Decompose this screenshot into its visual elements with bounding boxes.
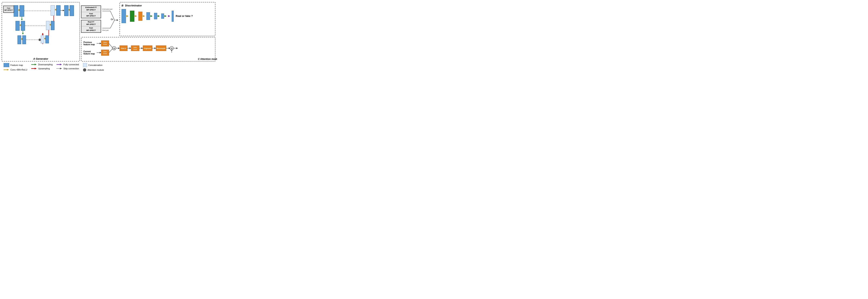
legend-concat-icon (83, 63, 87, 67)
legend-down-label: Downsampling (38, 63, 53, 66)
legend: Feature map Conv.+BN+ReLU Downsampling (2, 61, 215, 72)
svg-marker-6 (20, 24, 21, 26)
svg-marker-53 (158, 15, 160, 17)
legend-feat-label: Feature map (10, 64, 23, 66)
svg-text:Conv.: Conv. (103, 51, 107, 52)
svg-marker-50 (135, 15, 137, 17)
svg-text:Or: Or (111, 18, 114, 21)
svg-marker-4 (21, 19, 23, 21)
disc-arrow-purple (168, 15, 171, 18)
svg-rect-38 (70, 5, 74, 16)
main-container: FastMP-SPECT (0, 0, 217, 74)
svg-rect-10 (18, 35, 21, 44)
legend-red-arrow-icon (31, 67, 37, 70)
gen-svg (13, 4, 76, 55)
legend-attn-label: Attention module (88, 69, 104, 71)
svg-text:Real pair: Real pair (102, 29, 109, 31)
legend-concat-label: Concatenation (88, 64, 102, 66)
attention-svg: Conv. 1x1x1 Conv. 1x1x1 ⊕ (97, 39, 197, 57)
svg-text:Conv.: Conv. (103, 42, 107, 43)
svg-rect-21 (41, 35, 44, 43)
top-area: FastMP-SPECT (2, 2, 215, 61)
svg-text:1x1x1: 1x1x1 (103, 44, 107, 45)
svg-rect-23 (45, 35, 49, 43)
legend-up-label: Upsampling (38, 67, 50, 70)
legend-conv-bnrelu: Conv.+BN+ReLU (4, 68, 27, 71)
svg-marker-75 (129, 48, 131, 49)
panel-a-generator: FastMP-SPECT (2, 2, 80, 61)
svg-rect-36 (64, 5, 68, 16)
svg-rect-33 (56, 5, 60, 16)
svg-marker-52 (150, 15, 152, 17)
svg-text:ReLU: ReLU (121, 48, 126, 49)
svg-line-43 (110, 21, 114, 28)
svg-marker-96 (7, 69, 9, 71)
disc-arrow-4 (150, 15, 154, 18)
legend-downsampling: Downsampling (31, 63, 53, 66)
svg-line-66 (109, 44, 113, 48)
svg-point-18 (38, 38, 41, 41)
svg-marker-35 (63, 10, 64, 11)
legend-col-4: Concatenation Attention module (83, 63, 104, 72)
svg-text:⊗: ⊗ (170, 47, 173, 50)
input-box: FastMP-SPECT (3, 6, 14, 13)
legend-dashed-arrow-icon (57, 67, 62, 70)
right-panels: Estimated FT MP-SPECT Fast MP-SPECT Real… (81, 2, 215, 61)
legend-feature-map: Feature map (4, 63, 27, 67)
legend-fc-label: Fully connected (63, 63, 79, 66)
panel-c-attention: Previous feature map Current feature map (81, 37, 215, 61)
svg-marker-37 (68, 9, 70, 11)
svg-marker-51 (143, 15, 145, 17)
legend-attn-icon (83, 68, 86, 72)
svg-marker-46 (117, 19, 118, 21)
svg-marker-32 (55, 9, 56, 11)
svg-marker-20 (42, 33, 44, 34)
legend-skip-label: Skip connection (63, 67, 79, 70)
disc-row: Real or fake ? (122, 8, 213, 24)
svg-marker-54 (164, 15, 166, 17)
legend-feat-icon (4, 63, 9, 67)
prev-feature-label: Previous feature map (84, 41, 95, 46)
svg-marker-71 (118, 48, 120, 49)
disc-blue-block-3 (154, 13, 157, 19)
svg-rect-12 (23, 35, 26, 44)
disc-blue-block-2 (146, 12, 150, 20)
svg-marker-55 (168, 15, 170, 17)
svg-marker-11 (21, 38, 23, 40)
disc-feat-1 (122, 9, 126, 23)
svg-marker-98 (35, 64, 37, 65)
svg-marker-1 (18, 9, 20, 11)
attn-content-row: Previous feature map Current feature map (84, 39, 197, 57)
svg-marker-104 (60, 68, 62, 69)
real-or-fake-text: Real or fake ? (176, 15, 193, 18)
svg-rect-5 (16, 21, 20, 31)
svg-marker-22 (44, 37, 45, 39)
svg-marker-80 (142, 48, 143, 49)
legend-skip-connection: Skip connection (57, 67, 79, 70)
top-right-row: Estimated FT MP-SPECT Fast MP-SPECT Real… (81, 2, 215, 36)
legend-fully-connected: Fully connected (57, 63, 79, 66)
svg-text:1x1x1: 1x1x1 (133, 49, 137, 50)
disc-orange-block-1 (138, 12, 143, 21)
legend-purple-arrow-icon (57, 63, 62, 66)
svg-marker-94 (176, 48, 178, 49)
connector-svg: Or Estimated pair Real pair (102, 4, 118, 36)
panel-b-discriminator: B Discriminator (120, 2, 215, 36)
svg-rect-7 (21, 21, 25, 31)
svg-rect-26 (46, 21, 50, 30)
svg-marker-49 (126, 15, 128, 17)
legend-conv-label: Conv.+BN+ReLU (10, 69, 27, 71)
legend-col-3: Fully connected Skip connection (57, 63, 79, 70)
svg-text:Estimated pair: Estimated pair (102, 8, 113, 10)
legend-yellow-arrow-icon (4, 68, 9, 71)
svg-marker-27 (50, 24, 51, 26)
svg-marker-84 (154, 48, 156, 49)
disc-arrow-2 (135, 15, 138, 18)
svg-marker-59 (100, 52, 101, 53)
disc-arrow-3 (143, 15, 146, 18)
disc-arrow-5 (158, 15, 161, 18)
legend-green-arrow-icon (31, 63, 37, 66)
disc-green-block (130, 11, 134, 22)
svg-text:Sigmoid: Sigmoid (144, 48, 151, 49)
legend-col-1: Feature map Conv.+BN+ReLU (4, 63, 27, 71)
